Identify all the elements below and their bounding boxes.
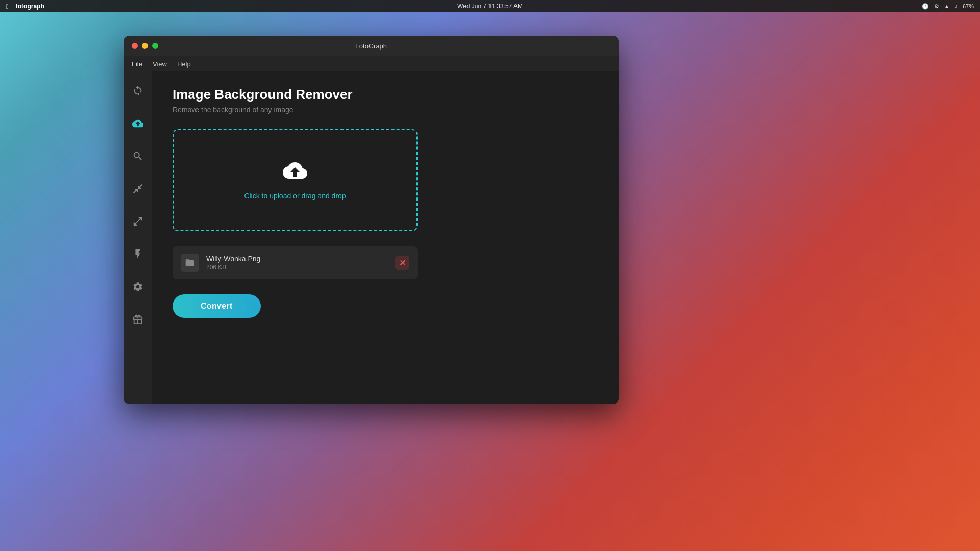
menubar-left:  fotograph — [6, 3, 44, 10]
main-content: Image Background Remover Remove the back… — [152, 71, 619, 404]
file-item: Willy-Wonka.Png 206 KB ✕ — [173, 246, 418, 279]
app-body: Image Background Remover Remove the back… — [124, 71, 619, 404]
window-controls — [132, 43, 158, 49]
file-info: Willy-Wonka.Png 206 KB — [206, 255, 395, 271]
menubar-volume-icon: ♪ — [954, 3, 958, 9]
convert-button[interactable]: Convert — [173, 294, 261, 318]
file-size: 206 KB — [206, 264, 395, 271]
page-title: Image Background Remover — [173, 87, 598, 103]
window-title: FotoGraph — [355, 42, 387, 50]
menubar:  fotograph Wed Jun 7 11:33:57 AM 🕐 ⚙ ▲ … — [0, 0, 980, 12]
apple-icon[interactable]:  — [6, 3, 9, 10]
maximize-button[interactable] — [152, 43, 158, 49]
menu-view[interactable]: View — [153, 60, 167, 68]
file-remove-button[interactable]: ✕ — [395, 256, 409, 270]
menubar-settings-icon: ⚙ — [934, 3, 939, 10]
minimize-button[interactable] — [142, 43, 148, 49]
sidebar-item-search[interactable] — [129, 147, 147, 165]
menubar-clock-icon: 🕐 — [922, 3, 929, 10]
sidebar — [124, 71, 152, 404]
menubar-app-name[interactable]: fotograph — [16, 3, 44, 10]
upload-drag-text: or drag and drop — [291, 192, 346, 200]
menubar-wifi-icon: ▲ — [944, 3, 950, 9]
menubar-datetime: Wed Jun 7 11:33:57 AM — [457, 3, 523, 10]
upload-text[interactable]: Click to upload or drag and drop — [244, 192, 346, 200]
menubar-battery: 67% — [963, 3, 974, 9]
file-name: Willy-Wonka.Png — [206, 255, 395, 263]
menu-help[interactable]: Help — [177, 60, 191, 68]
app-menu: File View Help — [124, 56, 619, 71]
app-window: FotoGraph File View Help — [124, 36, 619, 404]
sidebar-item-gift[interactable] — [129, 310, 147, 329]
cloud-upload-icon — [283, 161, 307, 186]
menubar-right: 🕐 ⚙ ▲ ♪ 67% — [922, 3, 974, 10]
file-icon — [181, 254, 199, 272]
menu-file[interactable]: File — [132, 60, 142, 68]
sidebar-item-recycle[interactable] — [129, 82, 147, 100]
sidebar-item-upload[interactable] — [129, 114, 147, 133]
title-bar: FotoGraph — [124, 36, 619, 56]
sidebar-item-expand[interactable] — [129, 212, 147, 231]
sidebar-item-compress[interactable] — [129, 180, 147, 198]
page-subtitle: Remove the background of any image — [173, 106, 598, 114]
upload-link[interactable]: Click to upload — [244, 192, 291, 200]
close-button[interactable] — [132, 43, 138, 49]
sidebar-item-settings[interactable] — [129, 278, 147, 296]
upload-zone[interactable]: Click to upload or drag and drop — [173, 129, 418, 231]
sidebar-item-flash[interactable] — [129, 245, 147, 263]
